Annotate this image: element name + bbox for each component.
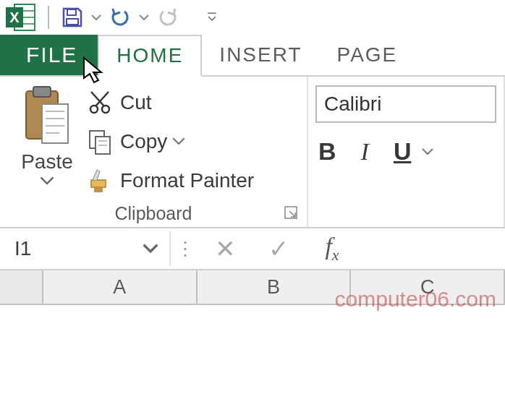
cut-button[interactable]: Cut	[87, 85, 300, 120]
tab-insert[interactable]: INSERT	[202, 35, 319, 75]
paste-dropdown-icon[interactable]	[39, 175, 55, 187]
tab-home[interactable]: HOME	[98, 35, 202, 77]
save-icon	[61, 6, 84, 29]
font-name-value: Calibri	[324, 93, 381, 116]
tab-page-layout[interactable]: PAGE	[320, 35, 415, 75]
undo-dropdown[interactable]	[136, 1, 152, 33]
fx-icon: fx	[325, 233, 339, 265]
bold-button[interactable]: B	[318, 137, 336, 166]
svg-text:X: X	[9, 9, 20, 25]
undo-icon	[109, 6, 132, 29]
name-box-dropdown-icon[interactable]	[142, 240, 159, 257]
paste-icon	[22, 85, 72, 147]
save-dropdown[interactable]	[88, 1, 104, 33]
format-painter-button[interactable]: Format Painter	[87, 163, 300, 198]
qat-separator	[48, 6, 49, 29]
qat-customize-dropdown[interactable]	[204, 1, 220, 33]
copy-label: Copy	[120, 130, 167, 153]
formula-bar: I1 ⋮ ✕ ✓ fx	[0, 228, 505, 270]
cancel-formula-button[interactable]: ✕	[198, 228, 252, 269]
svg-rect-6	[67, 9, 76, 15]
svg-point-17	[102, 106, 109, 113]
group-clipboard: Paste Cut	[0, 77, 308, 227]
copy-dropdown-icon[interactable]	[171, 134, 186, 149]
name-box-value: I1	[14, 237, 31, 260]
svg-point-16	[90, 106, 98, 113]
font-name-combobox[interactable]: Calibri	[315, 85, 496, 123]
italic-button[interactable]: I	[361, 138, 369, 166]
clipboard-dialog-launcher[interactable]	[284, 205, 300, 221]
save-button[interactable]	[56, 1, 88, 33]
column-header-b[interactable]: B	[198, 270, 352, 304]
underline-button[interactable]: U	[394, 137, 412, 166]
check-icon: ✓	[268, 234, 289, 263]
enter-formula-button[interactable]: ✓	[252, 228, 305, 269]
redo-button[interactable]	[152, 1, 184, 33]
svg-rect-10	[33, 87, 51, 97]
ribbon-tabs: FILE HOME INSERT PAGE	[0, 35, 505, 77]
group-font: Calibri B I U	[308, 77, 505, 227]
clipboard-group-title: Clipboard	[0, 203, 307, 224]
worksheet-grid[interactable]	[0, 305, 505, 416]
scissors-icon	[87, 89, 114, 116]
underline-dropdown-icon[interactable]	[421, 145, 434, 159]
quick-access-toolbar: X	[0, 0, 505, 35]
copy-icon	[87, 128, 114, 155]
excel-logo: X	[6, 3, 38, 32]
paste-label: Paste	[21, 150, 73, 173]
mouse-cursor-icon	[81, 56, 106, 85]
svg-rect-11	[42, 104, 68, 143]
undo-button[interactable]	[104, 1, 136, 33]
ribbon-home: Paste Cut	[0, 77, 505, 228]
svg-rect-25	[94, 187, 103, 192]
svg-rect-7	[67, 19, 78, 25]
name-box[interactable]: I1	[4, 231, 171, 266]
format-painter-icon	[87, 167, 114, 194]
cut-label: Cut	[120, 91, 152, 114]
formula-bar-grip-icon: ⋮	[175, 228, 198, 269]
insert-function-button[interactable]: fx	[305, 228, 359, 269]
copy-button[interactable]: Copy	[87, 124, 300, 159]
format-painter-label: Format Painter	[120, 169, 254, 192]
cancel-icon: ✕	[215, 234, 235, 263]
svg-rect-24	[91, 180, 106, 187]
watermark-text: computer06.com	[335, 287, 496, 312]
column-header-a[interactable]: A	[43, 270, 198, 304]
select-all-corner[interactable]	[0, 270, 43, 304]
redo-icon	[156, 6, 179, 29]
